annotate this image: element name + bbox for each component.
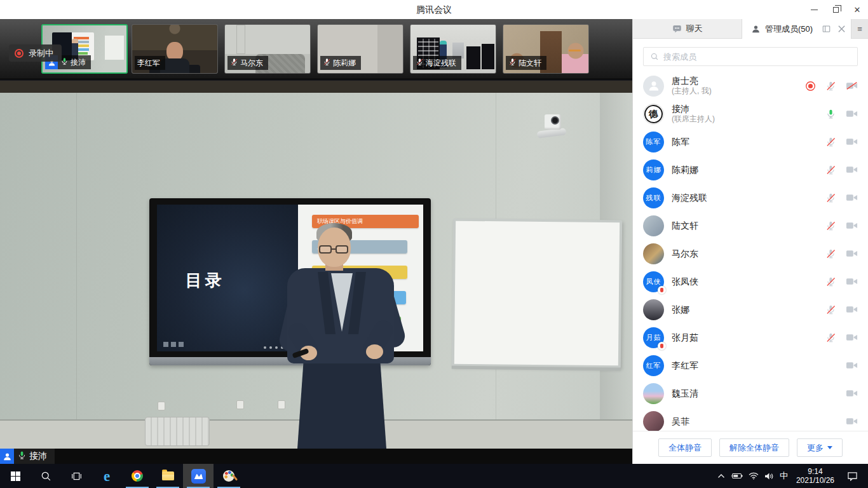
search-box[interactable] bbox=[643, 47, 858, 66]
taskbar-clock[interactable]: 9:14 2021/10/26 bbox=[794, 467, 837, 485]
mic-status-icon bbox=[416, 57, 424, 69]
tray-chevron-up-icon[interactable] bbox=[717, 473, 725, 478]
camera-status-icon[interactable] bbox=[846, 221, 858, 230]
file-explorer-button[interactable] bbox=[153, 464, 183, 488]
taskbar-search-button[interactable] bbox=[31, 464, 61, 488]
tab-manage-members[interactable]: 管理成员(50) bbox=[742, 19, 822, 39]
search-member-input[interactable] bbox=[663, 52, 851, 62]
battery-icon[interactable] bbox=[731, 472, 743, 480]
camera-status-icon[interactable] bbox=[846, 333, 858, 342]
minimize-button[interactable] bbox=[803, 0, 825, 19]
popout-panel-icon[interactable] bbox=[822, 24, 831, 34]
member-row[interactable]: 陆文轩 bbox=[633, 212, 868, 240]
close-panel-icon[interactable] bbox=[837, 25, 846, 33]
mic-status-icon[interactable] bbox=[825, 109, 836, 119]
avatar bbox=[643, 76, 664, 97]
member-name: 李红军 bbox=[672, 360, 698, 370]
member-name: 海淀残联 bbox=[672, 193, 707, 203]
member-management-panel: 聊天 管理成员(50) ≡ 唐士亮 (主持人, 我) bbox=[632, 19, 868, 464]
video-thumbnail[interactable]: 海淀残联 bbox=[410, 24, 496, 74]
member-name: 陈莉娜 bbox=[672, 165, 698, 175]
restore-button[interactable] bbox=[825, 0, 846, 19]
mic-status-icon[interactable] bbox=[825, 304, 836, 315]
ie-button[interactable]: e bbox=[92, 464, 122, 488]
member-row[interactable]: 马尔东 bbox=[633, 240, 868, 268]
main-video-stage[interactable]: 目录 职场误区与价值调人生的意义能力评估与基于三 bbox=[0, 79, 632, 464]
tab-chat[interactable]: 聊天 bbox=[633, 19, 742, 39]
avatar bbox=[643, 383, 664, 404]
close-button[interactable]: ✕ bbox=[846, 0, 868, 19]
chrome-button[interactable] bbox=[122, 464, 153, 488]
member-name: 吴菲 bbox=[672, 416, 689, 426]
mic-status-icon[interactable] bbox=[825, 165, 836, 175]
action-center-button[interactable] bbox=[843, 471, 862, 481]
wifi-icon[interactable] bbox=[749, 472, 759, 480]
mic-status-icon[interactable] bbox=[825, 81, 836, 92]
member-row[interactable]: 陈军 陈军 bbox=[633, 128, 868, 156]
camera-status-icon[interactable] bbox=[846, 361, 858, 370]
mute-all-button[interactable]: 全体静音 bbox=[658, 438, 712, 457]
camera-status-icon[interactable] bbox=[846, 137, 858, 146]
mic-status-icon[interactable] bbox=[825, 248, 836, 259]
paint-button[interactable] bbox=[214, 464, 244, 488]
video-thumbnail[interactable]: 陈莉娜 bbox=[317, 24, 403, 74]
internet-explorer-icon: e bbox=[104, 469, 110, 484]
video-thumbnail[interactable]: 李红军 bbox=[132, 24, 218, 74]
member-row[interactable]: 唐士亮 (主持人, 我) bbox=[633, 72, 868, 100]
camera-status-icon[interactable] bbox=[846, 249, 858, 258]
camera-status-icon[interactable] bbox=[846, 277, 858, 286]
camera-status-icon[interactable] bbox=[846, 417, 858, 426]
member-name: 陈军 bbox=[672, 137, 689, 147]
member-name: 陆文轩 bbox=[672, 220, 698, 231]
member-row[interactable]: 吴菲 bbox=[633, 407, 868, 431]
tab-chat-label: 聊天 bbox=[686, 23, 703, 34]
mic-status-icon[interactable] bbox=[825, 276, 836, 287]
more-button[interactable]: 更多 bbox=[797, 438, 843, 457]
camera-status-icon[interactable] bbox=[846, 109, 858, 118]
member-row[interactable]: 莉娜 陈莉娜 bbox=[633, 156, 868, 184]
recording-icon bbox=[15, 49, 24, 58]
mic-status-icon[interactable] bbox=[825, 193, 836, 203]
start-button[interactable] bbox=[0, 464, 31, 488]
slide-page-dots bbox=[163, 342, 184, 347]
panel-footer: 全体静音 解除全体静音 更多 bbox=[633, 431, 868, 464]
member-row[interactable]: 红军 李红军 bbox=[633, 351, 868, 379]
camera-status-icon[interactable] bbox=[846, 165, 858, 174]
camera-status-icon[interactable] bbox=[846, 193, 858, 202]
title-bar: 腾讯会议 ✕ bbox=[0, 0, 868, 19]
self-view-icon bbox=[0, 449, 14, 464]
panel-header-icons bbox=[822, 19, 851, 39]
camera-status-icon[interactable] bbox=[846, 81, 858, 90]
member-row[interactable]: 凤侠 张凤侠 bbox=[633, 268, 868, 295]
member-row[interactable]: 张娜 bbox=[633, 295, 868, 323]
caret-down-icon bbox=[827, 446, 832, 449]
folder-icon bbox=[162, 471, 174, 480]
mic-status-icon[interactable] bbox=[825, 137, 836, 147]
task-view-button[interactable] bbox=[61, 464, 92, 488]
tencent-meeting-icon bbox=[191, 469, 206, 484]
ime-indicator[interactable]: 中 bbox=[780, 470, 788, 482]
camera-status-icon[interactable] bbox=[846, 305, 858, 314]
member-row[interactable]: 魏玉清 bbox=[633, 379, 868, 407]
video-thumbnail[interactable]: 陆文轩 bbox=[503, 24, 589, 74]
member-row[interactable]: 德 接沛 (联席主持人) bbox=[633, 100, 868, 128]
member-row[interactable]: 月茹 张月茹 bbox=[633, 323, 868, 351]
member-name: 张娜 bbox=[672, 304, 689, 315]
member-name: 唐士亮 bbox=[672, 76, 712, 86]
thumbnail-name-label: 陈莉娜 bbox=[320, 56, 361, 70]
camera-lens bbox=[551, 116, 559, 125]
tencent-meeting-button[interactable] bbox=[183, 464, 214, 488]
video-letterbox-top bbox=[0, 79, 632, 93]
panel-menu-button[interactable]: ≡ bbox=[851, 19, 868, 39]
mic-status-icon[interactable] bbox=[825, 220, 836, 231]
camera-status-icon[interactable] bbox=[846, 389, 858, 398]
volume-icon[interactable] bbox=[764, 472, 774, 480]
mic-status-icon[interactable] bbox=[825, 332, 836, 343]
video-thumbnail[interactable]: 马尔东 bbox=[224, 24, 311, 74]
mic-status-icon bbox=[508, 57, 517, 69]
search-icon bbox=[41, 471, 51, 482]
member-row[interactable]: 残联 海淀残联 bbox=[633, 184, 868, 212]
unmute-all-button[interactable]: 解除全体静音 bbox=[719, 438, 789, 457]
member-list: 唐士亮 (主持人, 我) 德 接沛 (联席主持人) bbox=[633, 72, 868, 431]
window-controls: ✕ bbox=[803, 0, 868, 19]
